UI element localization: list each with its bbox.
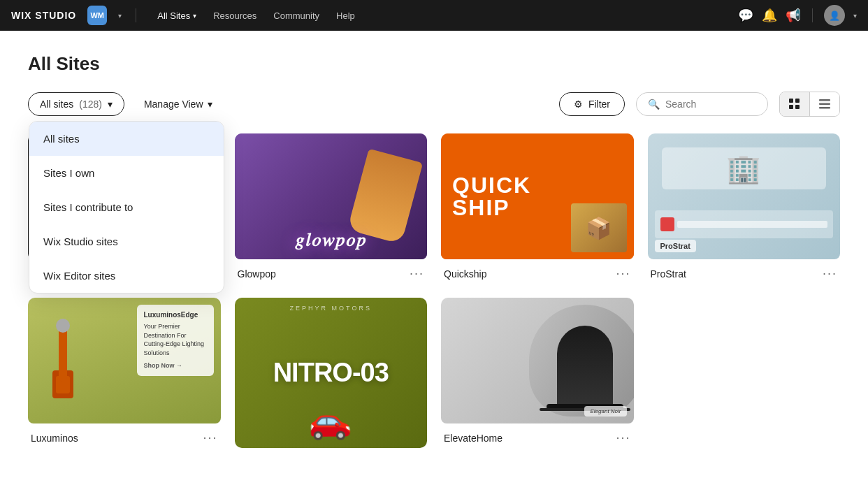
chevron-down-icon: ▾ <box>193 12 196 20</box>
nav-link-allsites[interactable]: All Sites ▾ <box>150 6 203 25</box>
manage-view-button[interactable]: Manage View ▾ <box>136 93 221 115</box>
site-card-elevatehome: Elegant Noir ElevateHome ··· <box>441 298 634 448</box>
view-toggle <box>779 92 840 117</box>
site-name-prostrat: ProStrat <box>651 268 686 280</box>
site-thumbnail-quickship: QUICKSHIP 📦 <box>441 133 634 259</box>
nav-links: All Sites ▾ Resources Community Help <box>150 6 727 25</box>
site-card-prostrat: ProStrat 🏢 ProStrat ··· <box>648 133 841 284</box>
site-more-glowpop[interactable]: ··· <box>410 266 424 281</box>
site-thumbnail-elevatehome: Elegant Noir <box>441 298 634 423</box>
svg-rect-3 <box>795 105 800 109</box>
nav-link-resources[interactable]: Resources <box>206 6 263 25</box>
user-avatar[interactable]: 👤 <box>824 5 845 26</box>
toolbar: All sites (128) ▾ All sites Sites I own … <box>28 92 840 117</box>
main-page: All Sites All sites (128) ▾ All sites Si… <box>0 31 868 470</box>
svg-rect-6 <box>819 107 830 109</box>
sites-filter-dropdown[interactable]: All sites (128) ▾ All sites Sites I own … <box>28 92 124 116</box>
workspace-badge[interactable]: WM <box>87 6 107 25</box>
svg-rect-1 <box>795 99 800 103</box>
workspace-chevron[interactable]: ▾ <box>118 12 122 20</box>
site-more-elevatehome[interactable]: ··· <box>616 430 630 445</box>
site-info-elevatehome: ElevateHome ··· <box>441 423 634 448</box>
nav-right: 💬 🔔 📢 👤 ▾ <box>738 5 857 26</box>
dropdown-item-contribute[interactable]: Sites I contribute to <box>29 190 224 224</box>
nav-link-community[interactable]: Community <box>266 6 326 25</box>
page-title: All Sites <box>28 53 840 75</box>
site-more-prostrat[interactable]: ··· <box>823 266 837 281</box>
filter-icon: ⚙ <box>574 99 583 110</box>
dropdown-item-wixstudio[interactable]: Wix Studio sites <box>29 224 224 259</box>
svg-rect-2 <box>789 105 793 109</box>
dropdown-item-allsites[interactable]: All sites <box>29 122 224 156</box>
dropdown-item-own[interactable]: Sites I own <box>29 156 224 190</box>
chat-icon[interactable]: 💬 <box>738 8 753 23</box>
nav-divider <box>136 8 136 22</box>
dropdown-item-wixeditor[interactable]: Wix Editor sites <box>29 259 224 293</box>
grid-icon <box>788 98 801 110</box>
search-input[interactable] <box>665 99 756 110</box>
chevron-down-icon: ▾ <box>108 99 113 110</box>
svg-rect-4 <box>819 99 830 101</box>
site-thumbnail-luxuminos: LuxuminosEdge Your Premier Destination F… <box>28 298 221 423</box>
site-info-glowpop: Glowpop ··· <box>235 259 428 284</box>
svg-rect-0 <box>789 99 793 103</box>
grid-view-button[interactable] <box>780 92 810 116</box>
site-card-quickship: QUICKSHIP 📦 Quickship ··· <box>441 133 634 284</box>
site-info-luxuminos: Luxuminos ··· <box>28 423 221 448</box>
site-thumbnail-prostrat: ProStrat 🏢 <box>648 133 841 259</box>
dropdown-count: (128) <box>79 99 102 110</box>
dropdown-label: All sites <box>40 99 73 110</box>
site-info-quickship: Quickship ··· <box>441 259 634 284</box>
site-name-elevatehome: ElevateHome <box>444 433 502 444</box>
site-more-quickship[interactable]: ··· <box>616 266 630 281</box>
logo-text: WIX STUDIO <box>11 10 76 21</box>
bell-icon[interactable]: 🔔 <box>762 8 777 23</box>
filter-button[interactable]: ⚙ Filter <box>559 92 625 116</box>
navbar: WIX STUDIO WM ▾ All Sites ▾ Resources Co… <box>0 0 868 31</box>
site-card-glowpop: 𝑔𝑙𝑜𝑤𝑝𝑜𝑝 Glowpop ··· <box>235 133 428 284</box>
site-card-zephyr: ZEPHYR MOTORS NITRO-03 🚗 Zephyr motors ·… <box>235 298 428 448</box>
sites-dropdown-menu: All sites Sites I own Sites I contribute… <box>29 121 224 294</box>
broadcast-icon[interactable]: 📢 <box>786 8 801 23</box>
site-thumbnail-zephyr: ZEPHYR MOTORS NITRO-03 🚗 <box>235 298 428 448</box>
nav-link-help[interactable]: Help <box>329 6 362 25</box>
site-card-luxuminos: LuxuminosEdge Your Premier Destination F… <box>28 298 221 448</box>
site-name-luxuminos: Luxuminos <box>31 433 78 444</box>
site-info-prostrat: ProStrat ··· <box>648 259 841 284</box>
site-thumbnail-glowpop: 𝑔𝑙𝑜𝑤𝑝𝑜𝑝 <box>235 133 428 259</box>
chevron-down-icon: ▾ <box>208 99 212 110</box>
list-view-button[interactable] <box>810 92 839 116</box>
search-box[interactable]: 🔍 <box>636 92 768 116</box>
site-name-glowpop: Glowpop <box>238 268 276 280</box>
nav-right-divider <box>812 8 813 22</box>
site-more-luxuminos[interactable]: ··· <box>203 430 217 445</box>
site-name-quickship: Quickship <box>444 268 486 280</box>
svg-rect-5 <box>819 103 830 106</box>
list-icon <box>818 98 831 110</box>
search-icon: 🔍 <box>648 99 660 110</box>
logo: WIX STUDIO <box>11 10 76 21</box>
user-chevron[interactable]: ▾ <box>853 12 857 20</box>
